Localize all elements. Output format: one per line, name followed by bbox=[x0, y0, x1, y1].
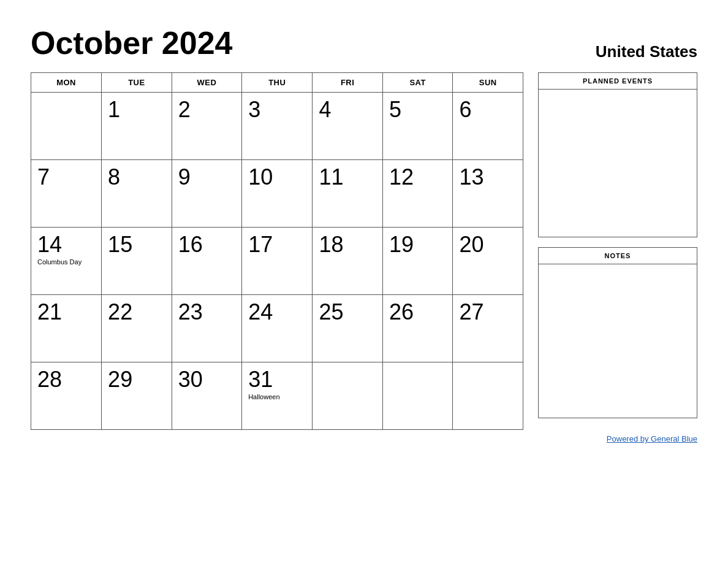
calendar-week-row: 14Columbus Day151617181920 bbox=[31, 228, 523, 295]
page-header: October 2024 United States bbox=[31, 25, 697, 61]
calendar-cell: 26 bbox=[382, 295, 453, 362]
day-number: 14 bbox=[37, 232, 95, 257]
calendar-cell bbox=[31, 93, 102, 160]
day-number: 26 bbox=[389, 300, 447, 324]
calendar-section: MON TUE WED THU FRI SAT SUN 123456789101… bbox=[31, 72, 523, 444]
notes-content bbox=[539, 264, 697, 418]
header-sun: SUN bbox=[453, 73, 523, 93]
day-number: 2 bbox=[178, 98, 236, 122]
calendar-cell: 11 bbox=[313, 160, 383, 228]
day-number: 18 bbox=[319, 232, 376, 257]
calendar-cell: 31Halloween bbox=[242, 362, 313, 430]
calendar-cell: 7 bbox=[31, 160, 102, 228]
calendar-cell: 3 bbox=[242, 93, 313, 160]
calendar-cell: 30 bbox=[172, 362, 242, 430]
calendar-cell: 14Columbus Day bbox=[31, 228, 102, 295]
calendar-cell: 20 bbox=[453, 228, 523, 295]
day-number: 12 bbox=[389, 165, 447, 190]
day-label: Halloween bbox=[248, 393, 306, 400]
calendar-table: MON TUE WED THU FRI SAT SUN 123456789101… bbox=[31, 72, 523, 430]
header-sat: SAT bbox=[382, 73, 453, 93]
calendar-week-row: 78910111213 bbox=[31, 160, 523, 228]
day-number: 13 bbox=[459, 165, 517, 190]
calendar-cell: 22 bbox=[102, 295, 172, 362]
calendar-cell: 4 bbox=[313, 93, 383, 160]
header-mon: MON bbox=[31, 73, 102, 93]
calendar-cell: 24 bbox=[242, 295, 313, 362]
day-number: 29 bbox=[108, 367, 165, 392]
calendar-cell: 25 bbox=[313, 295, 383, 362]
day-number: 25 bbox=[319, 300, 376, 324]
header-tue: TUE bbox=[102, 73, 172, 93]
calendar-cell: 5 bbox=[382, 93, 453, 160]
footer: Powered by General Blue bbox=[538, 433, 697, 444]
day-number: 30 bbox=[178, 367, 236, 392]
calendar-cell: 6 bbox=[453, 93, 523, 160]
day-number: 5 bbox=[389, 98, 447, 122]
planned-events-box: PLANNED EVENTS bbox=[538, 72, 697, 237]
header-wed: WED bbox=[172, 73, 242, 93]
calendar-cell: 15 bbox=[102, 228, 172, 295]
day-number: 4 bbox=[319, 98, 376, 122]
calendar-cell bbox=[382, 362, 453, 430]
main-layout: MON TUE WED THU FRI SAT SUN 123456789101… bbox=[31, 72, 697, 444]
day-number: 28 bbox=[37, 367, 95, 392]
day-number: 16 bbox=[178, 232, 236, 257]
calendar-cell: 19 bbox=[382, 228, 453, 295]
day-number: 10 bbox=[248, 165, 306, 190]
page-title: October 2024 bbox=[31, 25, 233, 61]
calendar-cell: 12 bbox=[382, 160, 453, 228]
calendar-cell: 16 bbox=[172, 228, 242, 295]
calendar-cell bbox=[313, 362, 383, 430]
calendar-cell: 23 bbox=[172, 295, 242, 362]
day-number: 11 bbox=[319, 165, 376, 190]
calendar-cell bbox=[453, 362, 523, 430]
day-number: 1 bbox=[108, 98, 165, 122]
calendar-cell: 28 bbox=[31, 362, 102, 430]
calendar-cell: 18 bbox=[313, 228, 383, 295]
day-number: 22 bbox=[108, 300, 165, 324]
calendar-cell: 8 bbox=[102, 160, 172, 228]
calendar-week-row: 21222324252627 bbox=[31, 295, 523, 362]
day-number: 20 bbox=[459, 232, 517, 257]
day-number: 7 bbox=[37, 165, 95, 190]
calendar-cell: 17 bbox=[242, 228, 313, 295]
calendar-cell: 1 bbox=[102, 93, 172, 160]
notes-box: NOTES bbox=[538, 247, 697, 418]
day-number: 6 bbox=[459, 98, 517, 122]
header-fri: FRI bbox=[313, 73, 383, 93]
day-number: 3 bbox=[248, 98, 306, 122]
calendar-week-row: 123456 bbox=[31, 93, 523, 160]
day-number: 15 bbox=[108, 232, 165, 257]
calendar-cell: 2 bbox=[172, 93, 242, 160]
country-label: United States bbox=[596, 42, 697, 61]
day-number: 24 bbox=[248, 300, 306, 324]
calendar-cell: 29 bbox=[102, 362, 172, 430]
day-number: 17 bbox=[248, 232, 306, 257]
calendar-cell: 9 bbox=[172, 160, 242, 228]
day-number: 23 bbox=[178, 300, 236, 324]
day-number: 9 bbox=[178, 165, 236, 190]
powered-by-link[interactable]: Powered by General Blue bbox=[607, 434, 697, 443]
calendar-cell: 10 bbox=[242, 160, 313, 228]
header-thu: THU bbox=[242, 73, 313, 93]
day-number: 27 bbox=[459, 300, 517, 324]
planned-events-content bbox=[539, 90, 697, 237]
calendar-cell: 21 bbox=[31, 295, 102, 362]
day-number: 19 bbox=[389, 232, 447, 257]
day-number: 31 bbox=[248, 367, 306, 392]
day-label: Columbus Day bbox=[37, 258, 95, 266]
notes-header: NOTES bbox=[539, 248, 697, 264]
sidebar: PLANNED EVENTS NOTES Powered by General … bbox=[538, 72, 697, 444]
calendar-cell: 27 bbox=[453, 295, 523, 362]
calendar-cell: 13 bbox=[453, 160, 523, 228]
planned-events-header: PLANNED EVENTS bbox=[539, 73, 697, 90]
calendar-week-row: 28293031Halloween bbox=[31, 362, 523, 430]
days-header-row: MON TUE WED THU FRI SAT SUN bbox=[31, 73, 523, 93]
day-number: 21 bbox=[37, 300, 95, 324]
day-number: 8 bbox=[108, 165, 165, 190]
